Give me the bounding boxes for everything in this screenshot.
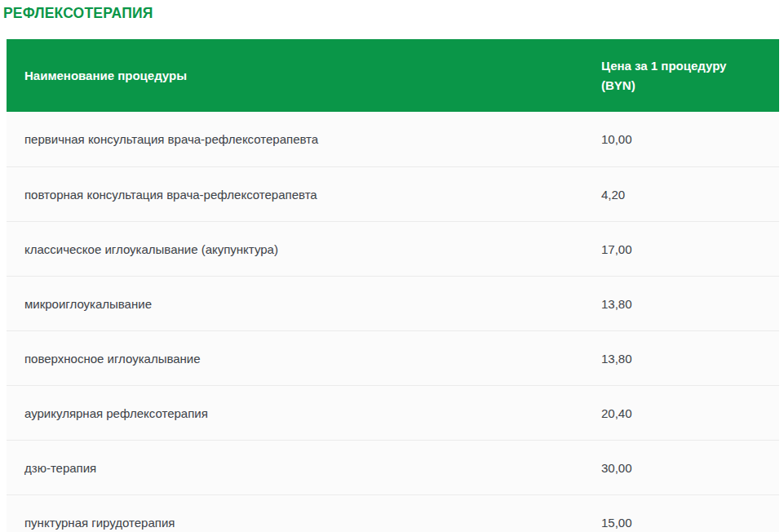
procedure-price: 20,40 [601, 406, 779, 420]
table-row: первичная консультация врача-рефлексотер… [7, 112, 779, 166]
procedure-price: 17,00 [601, 242, 779, 256]
table-row: микроиглоукалывание 13,80 [7, 276, 779, 330]
procedure-name: первичная консультация врача-рефлексотер… [7, 132, 601, 146]
table-header-row: Наименование процедуры Цена за 1 процеду… [7, 39, 779, 112]
table-row: поверхносное иглоукалывание 13,80 [7, 330, 779, 385]
price-table: Наименование процедуры Цена за 1 процеду… [7, 39, 779, 532]
table-row: дзю-терапия 30,00 [7, 440, 779, 494]
procedure-name: пунктурная гирудотерапия [7, 516, 601, 530]
page-title: РЕФЛЕКСОТЕРАПИЯ [3, 5, 784, 22]
procedure-name: микроиглоукалывание [7, 297, 601, 311]
column-header-price-label: Цена за 1 процедуру (BYN) [601, 56, 748, 95]
column-header-procedure-name: Наименование процедуры [7, 69, 601, 82]
procedure-name: поверхносное иглоукалывание [7, 352, 601, 366]
table-row: классическое иглоукалывание (акупунктура… [7, 221, 779, 276]
procedure-price: 30,00 [601, 461, 779, 475]
table-row: пунктурная гирудотерапия 15,00 [7, 494, 779, 532]
procedure-name: классическое иглоукалывание (акупунктура… [7, 242, 601, 256]
procedure-name: повторная консультация врача-рефлексотер… [7, 188, 601, 202]
table-row: аурикулярная рефлексотерапия 20,40 [7, 385, 779, 440]
procedure-price: 10,00 [601, 132, 779, 146]
procedure-price: 4,20 [601, 188, 779, 202]
procedure-price: 13,80 [601, 352, 779, 366]
procedure-price: 13,80 [601, 297, 779, 311]
procedure-name: аурикулярная рефлексотерапия [7, 406, 601, 420]
procedure-price: 15,00 [601, 516, 779, 530]
table-body: первичная консультация врача-рефлексотер… [7, 112, 779, 532]
table-row: повторная консультация врача-рефлексотер… [7, 166, 779, 221]
column-header-price: Цена за 1 процедуру (BYN) [601, 56, 779, 95]
procedure-name: дзю-терапия [7, 461, 601, 475]
